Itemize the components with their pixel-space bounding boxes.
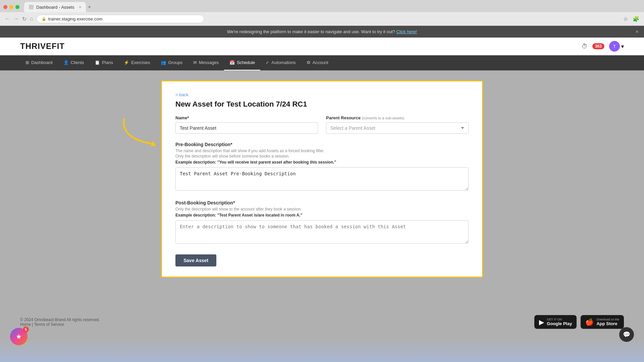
- form-title: New Asset for Test Location 7/24 RC1: [175, 100, 469, 109]
- footer-app-buttons: ▶ GET IT ON Google Play 🍎 Download on th…: [534, 315, 624, 329]
- footer-home-link[interactable]: Home: [20, 322, 31, 327]
- nav-label-messages: Messages: [199, 60, 219, 65]
- user-avatar-button[interactable]: T ▾: [609, 41, 624, 52]
- footer-tos-link[interactable]: Terms of Service: [34, 322, 64, 327]
- chat-button[interactable]: 💬: [619, 327, 634, 342]
- parent-resource-select[interactable]: Select a Parent Asset: [326, 122, 469, 134]
- bookmark-icon[interactable]: ☆: [623, 16, 628, 22]
- nav-label-exercises: Exercises: [131, 60, 150, 65]
- post-booking-note: Only the description will show to the ac…: [175, 207, 469, 212]
- footer-left: © 2024 Omnibeast Brand All rights reserv…: [20, 317, 100, 327]
- name-parent-row: Name* Parent Resource (converts to a sub…: [175, 115, 469, 134]
- nav-label-groups: Groups: [168, 60, 182, 65]
- post-booking-section: Post-Booking Description* Only the descr…: [175, 200, 469, 245]
- address-input[interactable]: 🔒 trainer.staging.exercise.com: [37, 15, 204, 23]
- tab-favicon: [29, 5, 34, 9]
- save-asset-button[interactable]: Save Asset: [175, 254, 216, 266]
- clients-icon: 👤: [63, 60, 69, 65]
- pre-booking-desc: The name and description that will show …: [175, 148, 469, 153]
- new-tab-button[interactable]: +: [88, 4, 91, 10]
- nav-item-dashboard[interactable]: ⊞ Dashboard: [20, 55, 58, 70]
- floating-app-badge: 5: [23, 326, 29, 333]
- close-window-button[interactable]: [3, 5, 7, 9]
- dashboard-icon: ⊞: [25, 60, 29, 65]
- page-content: < back New Asset for Test Location 7/24 …: [0, 70, 644, 305]
- lock-icon: 🔒: [42, 17, 46, 21]
- minimize-window-button[interactable]: [9, 5, 13, 9]
- parent-resource-label: Parent Resource (converts to a sub-asset…: [326, 115, 469, 120]
- avatar-chevron-icon: ▾: [621, 43, 624, 50]
- bottom-gradient: [0, 339, 644, 362]
- avatar: T: [609, 41, 620, 52]
- header-right: ⏱ 363 T ▾: [582, 41, 624, 52]
- maximize-window-button[interactable]: [15, 5, 19, 9]
- nav-label-plans: Plans: [102, 60, 113, 65]
- plans-icon: 📋: [95, 60, 100, 65]
- form-card: < back New Asset for Test Location 7/24 …: [161, 80, 483, 278]
- app-icon: ★: [16, 333, 22, 341]
- groups-icon: 👥: [161, 60, 166, 65]
- nav-item-automations[interactable]: ✓ Automations: [260, 55, 301, 70]
- back-link[interactable]: < back: [175, 92, 189, 97]
- nav-item-clients[interactable]: 👤 Clients: [58, 55, 90, 70]
- google-play-icon: ▶: [539, 318, 544, 326]
- browser-address-bar: ← → ↻ ⌂ 🔒 trainer.staging.exercise.com ☆…: [0, 12, 644, 25]
- footer-links: Home | Terms of Service: [20, 322, 100, 327]
- traffic-lights: [3, 5, 19, 9]
- nav-label-clients: Clients: [71, 60, 84, 65]
- site-header: THRIVEFIT ⏱ 363 T ▾: [0, 38, 644, 55]
- parent-resource-sub: (converts to a sub-assets): [362, 116, 405, 120]
- nav-item-groups[interactable]: 👥 Groups: [155, 55, 188, 70]
- nav-label-schedule: Schedule: [237, 60, 255, 65]
- apple-icon: 🍎: [585, 318, 594, 326]
- messages-icon: ✉: [193, 60, 197, 65]
- pre-booking-textarea[interactable]: Test Parent Asset Pre-Booking Descriptio…: [175, 167, 469, 191]
- notification-bar: We're redesigning the platform to make i…: [0, 26, 644, 38]
- site-footer: © 2024 Omnibeast Brand All rights reserv…: [0, 305, 644, 339]
- pre-booking-example: Example description: "You will receive t…: [175, 160, 469, 165]
- nav-item-account[interactable]: ⚙ Account: [301, 55, 334, 70]
- browser-tab-active[interactable]: Dashboard - Assets ×: [24, 2, 86, 12]
- nav-item-exercises[interactable]: ⚡ Exercises: [118, 55, 155, 70]
- notification-text: We're redesigning the platform to make i…: [227, 29, 395, 34]
- google-play-button[interactable]: ▶ GET IT ON Google Play: [534, 315, 577, 329]
- site-logo[interactable]: THRIVEFIT: [20, 42, 65, 51]
- app-store-labels: Download on the App Store: [596, 318, 619, 326]
- parent-resource-group: Parent Resource (converts to a sub-asset…: [326, 115, 469, 134]
- automations-icon: ✓: [266, 60, 269, 65]
- exercises-icon: ⚡: [124, 60, 129, 65]
- timer-icon-button[interactable]: ⏱: [582, 43, 588, 50]
- schedule-icon: 📅: [229, 60, 235, 65]
- nav-item-messages[interactable]: ✉ Messages: [188, 55, 224, 70]
- app-store-main-label: App Store: [596, 321, 619, 326]
- refresh-button[interactable]: ↻: [22, 16, 26, 22]
- app-store-button[interactable]: 🍎 Download on the App Store: [581, 315, 624, 329]
- post-booking-textarea[interactable]: [175, 220, 469, 244]
- notification-close-button[interactable]: ×: [636, 29, 639, 35]
- footer-copyright: © 2024 Omnibeast Brand All rights reserv…: [20, 317, 100, 322]
- chat-icon: 💬: [623, 331, 630, 338]
- pre-booking-note: Only the description will show before so…: [175, 154, 469, 159]
- url-display: trainer.staging.exercise.com: [48, 16, 103, 21]
- post-booking-example: Example description: "Test Parent Asset …: [175, 213, 469, 218]
- tab-close-button[interactable]: ×: [79, 5, 81, 9]
- account-icon: ⚙: [307, 60, 311, 65]
- nav-label-automations: Automations: [271, 60, 296, 65]
- extensions-icon[interactable]: 🧩: [633, 16, 639, 22]
- pre-booking-title: Pre-Booking Description*: [175, 142, 469, 147]
- nav-item-schedule[interactable]: 📅 Schedule: [224, 55, 260, 70]
- google-play-labels: GET IT ON Google Play: [547, 318, 572, 326]
- home-button[interactable]: ⌂: [30, 16, 33, 22]
- notification-count-badge[interactable]: 363: [592, 43, 604, 49]
- browser-chrome: Dashboard - Assets × + ← → ↻ ⌂ 🔒 trainer…: [0, 0, 644, 26]
- forward-button[interactable]: →: [13, 16, 19, 22]
- floating-app-icon[interactable]: ★ 5: [10, 328, 28, 345]
- back-button[interactable]: ←: [5, 16, 10, 22]
- notification-link[interactable]: Click here!: [396, 29, 417, 34]
- name-field-group: Name*: [175, 115, 318, 134]
- name-input[interactable]: [175, 122, 318, 134]
- google-play-top-label: GET IT ON: [547, 318, 572, 321]
- browser-tab-bar: Dashboard - Assets × +: [0, 0, 644, 12]
- post-booking-title: Post-Booking Description*: [175, 200, 469, 205]
- nav-item-plans[interactable]: 📋 Plans: [89, 55, 118, 70]
